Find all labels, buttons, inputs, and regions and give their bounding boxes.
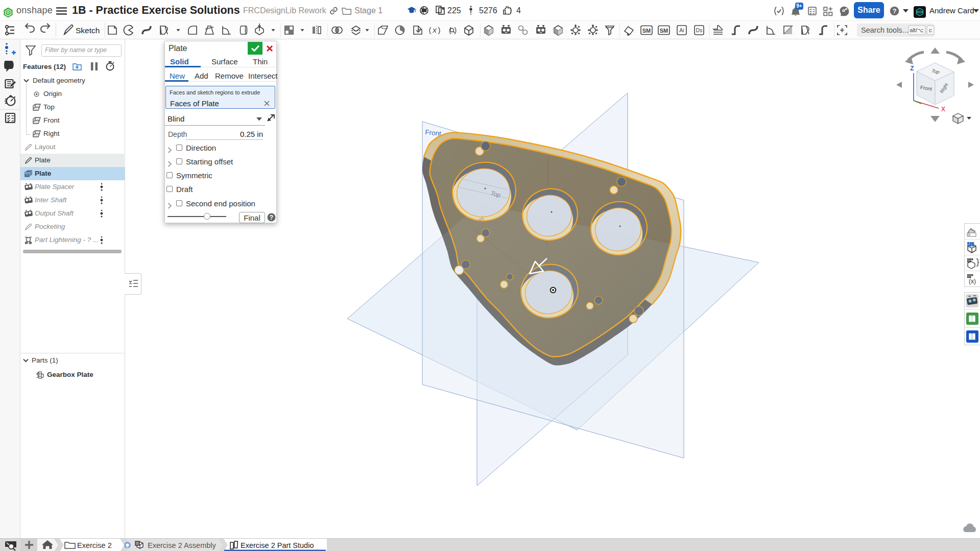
svg-text:Sketch: Sketch — [76, 26, 100, 35]
svg-text:Exercise 2 Part Studio: Exercise 2 Part Studio — [241, 541, 314, 549]
svg-text:alt/⌥: alt/⌥ — [910, 27, 923, 33]
svg-text:Exercise 2 Assembly: Exercise 2 Assembly — [148, 541, 217, 549]
svg-text:c: c — [929, 27, 932, 33]
svg-text:Search tools...: Search tools... — [861, 26, 909, 34]
svg-text:Z: Z — [910, 65, 914, 72]
svg-text:(x): (x) — [969, 278, 976, 285]
svg-text:Exercise 2: Exercise 2 — [77, 541, 112, 549]
svg-text:?: ? — [270, 214, 273, 221]
svg-text:X: X — [941, 106, 945, 113]
svg-text:?: ? — [893, 8, 897, 15]
